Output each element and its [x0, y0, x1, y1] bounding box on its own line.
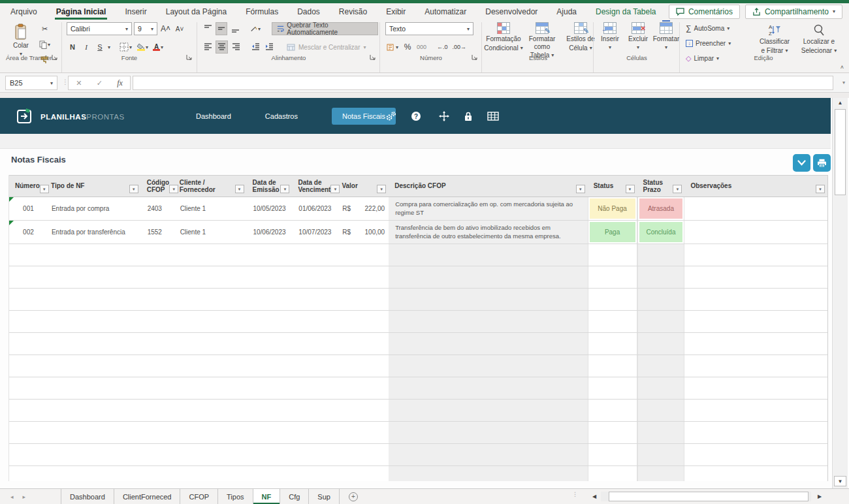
empty-cell-valor[interactable] [336, 377, 389, 399]
empty-cell-vencimento[interactable] [292, 355, 336, 377]
cell-vencimento[interactable]: 01/06/2023 [292, 197, 336, 220]
empty-cell-obs[interactable] [684, 444, 827, 465]
empty-cell-emissao[interactable] [246, 333, 292, 354]
empty-cell-tipo[interactable] [45, 444, 141, 465]
empty-cell-obs[interactable] [684, 355, 827, 377]
cell-status[interactable]: Paga [588, 221, 637, 244]
sheet-tab-nf[interactable]: NF [253, 489, 281, 504]
empty-cell-prazo[interactable] [637, 422, 685, 443]
cancel-entry-button[interactable]: ✕ [76, 79, 82, 87]
empty-cell-status[interactable] [588, 266, 637, 288]
inserir-cells-button[interactable]: ←Inserir▾ [597, 20, 623, 50]
empty-cell-numero[interactable] [9, 444, 45, 465]
empty-cell-cfop[interactable] [141, 444, 174, 465]
empty-cell-descricao[interactable] [389, 377, 587, 399]
cell-cfop[interactable]: 1552 [141, 221, 174, 244]
empty-cell-numero[interactable] [9, 466, 45, 481]
autosum-button[interactable]: ∑ AutoSoma ▾ [684, 22, 732, 35]
cell-obs[interactable] [684, 221, 827, 244]
empty-cell-descricao[interactable] [389, 266, 587, 288]
table-row-empty[interactable] [9, 466, 827, 481]
sheet-tab-cfop[interactable]: CFOP [180, 489, 218, 504]
formula-input[interactable] [133, 76, 833, 90]
bold-button[interactable]: N [67, 40, 78, 54]
cut-button[interactable]: ✂ [38, 22, 52, 35]
cell-numero[interactable]: 001 [9, 197, 45, 220]
empty-cell-cliente[interactable] [174, 444, 247, 465]
underline-button[interactable]: S [94, 40, 106, 54]
empty-cell-numero[interactable] [9, 311, 45, 332]
empty-cell-obs[interactable] [684, 244, 827, 266]
empty-cell-valor[interactable] [336, 311, 389, 332]
empty-cell-descricao[interactable] [389, 289, 587, 310]
print-button[interactable] [813, 154, 831, 172]
empty-cell-cliente[interactable] [174, 400, 247, 421]
empty-cell-obs[interactable] [684, 289, 827, 310]
empty-cell-obs[interactable] [684, 422, 827, 443]
empty-cell-tipo[interactable] [45, 400, 141, 421]
empty-cell-cliente[interactable] [174, 355, 247, 377]
ribbon-tab-desenvolvedor[interactable]: Desenvolvedor [484, 3, 539, 20]
empty-cell-valor[interactable] [336, 466, 389, 481]
empty-cell-cfop[interactable] [141, 400, 174, 421]
cell-obs[interactable] [684, 197, 827, 220]
formatacao-condicional-button[interactable]: FormataçãoCondicional▾ [485, 20, 522, 52]
empty-cell-cliente[interactable] [174, 266, 247, 288]
empty-cell-cfop[interactable] [141, 422, 174, 443]
empty-cell-prazo[interactable] [637, 400, 685, 421]
filter-button[interactable]: ▼ [626, 185, 635, 193]
filter-button[interactable]: ▼ [576, 185, 585, 193]
orientation-button[interactable]: ▾ [249, 22, 263, 35]
empty-cell-cliente[interactable] [174, 466, 247, 481]
empty-cell-cfop[interactable] [141, 311, 174, 332]
cell-prazo[interactable]: Atrasada [637, 197, 685, 220]
alignment-dialog-launcher[interactable] [370, 54, 376, 61]
empty-cell-tipo[interactable] [45, 266, 141, 288]
confirm-entry-button[interactable]: ✓ [97, 79, 103, 87]
collapse-table-button[interactable] [793, 154, 810, 172]
empty-cell-valor[interactable] [336, 289, 389, 310]
empty-cell-status[interactable] [588, 311, 637, 332]
filter-button[interactable]: ▼ [129, 185, 138, 193]
empty-cell-emissao[interactable] [246, 466, 292, 481]
table-row-empty[interactable] [9, 311, 827, 333]
increase-indent-icon[interactable] [263, 40, 275, 54]
empty-cell-status[interactable] [588, 244, 637, 266]
cell-cliente[interactable]: Cliente 1 [174, 197, 247, 220]
empty-cell-obs[interactable] [684, 466, 827, 481]
empty-cell-valor[interactable] [336, 333, 389, 354]
shrink-font-button[interactable]: A˅ [174, 22, 185, 35]
vertical-scrollbar[interactable]: ▲ ▼ [832, 98, 848, 488]
scroll-down-arrow[interactable]: ▼ [834, 476, 846, 486]
empty-cell-obs[interactable] [684, 333, 827, 354]
cell-descricao[interactable]: Transferência de bem do ativo imobilizad… [389, 221, 587, 244]
move-icon[interactable] [439, 111, 449, 121]
ribbon-tab-inserir[interactable]: Inserir [123, 3, 148, 20]
cell-emissao[interactable]: 10/06/2023 [246, 221, 292, 244]
increase-decimal-button[interactable]: ←.0 [436, 40, 449, 54]
empty-cell-emissao[interactable] [246, 422, 292, 443]
empty-cell-cfop[interactable] [141, 333, 174, 354]
accounting-format-button[interactable]: ▾ [385, 40, 400, 54]
excluir-cells-button[interactable]: ✕Excluir▾ [625, 20, 651, 50]
empty-cell-valor[interactable] [336, 266, 389, 288]
align-middle-icon[interactable] [216, 22, 227, 35]
ribbon-tab-ajuda[interactable]: Ajuda [555, 3, 578, 20]
ribbon-tab-formulas[interactable]: Fórmulas [244, 3, 280, 20]
sheet-tab-tipos[interactable]: Tipos [218, 489, 253, 504]
empty-cell-vencimento[interactable] [292, 311, 336, 332]
fill-color-button[interactable]: ▾ [135, 40, 150, 54]
horizontal-scrollbar-thumb[interactable] [609, 492, 809, 501]
empty-cell-status[interactable] [588, 355, 637, 377]
ribbon-tab-pagina-inicial[interactable]: Página Inicial [55, 3, 108, 20]
nav-item-dashboard[interactable]: Dashboard [196, 112, 231, 120]
empty-cell-tipo[interactable] [45, 333, 141, 354]
empty-cell-tipo[interactable] [45, 311, 141, 332]
grid-icon[interactable] [487, 112, 499, 121]
nav-item-cadastros[interactable]: Cadastros [265, 112, 298, 120]
align-bottom-icon[interactable] [229, 22, 241, 35]
table-row-empty[interactable] [9, 444, 827, 466]
paste-button[interactable]: Colar ▾ [8, 21, 34, 57]
empty-cell-prazo[interactable] [637, 377, 685, 399]
table-row-empty[interactable] [9, 333, 827, 355]
